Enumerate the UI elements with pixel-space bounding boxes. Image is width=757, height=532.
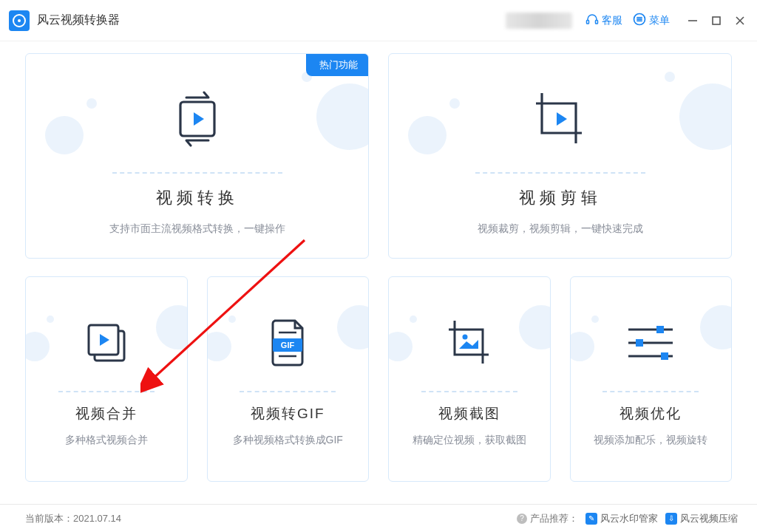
card-desc: 多种视频格式转换成GIF: [224, 434, 352, 447]
card-video-edit[interactable]: 视频剪辑 视频裁剪，视频剪辑，一键快速完成: [388, 53, 732, 259]
footer-bar: 当前版本： 2021.07.14 ? 产品推荐： ✎ 风云水印管家 ⇩ 风云视频…: [0, 504, 757, 532]
card-video-convert[interactable]: 热门功能 视频转换 支持市面主流视频格式转换，一键操作: [25, 53, 369, 259]
card-desc: 支持市面主流视频格式转换，一键操作: [101, 222, 294, 236]
version-value: 2021.07.14: [73, 513, 121, 524]
svg-rect-1: [596, 21, 598, 24]
card-title: 视频转换: [156, 187, 239, 209]
compress-app-icon: ⇩: [665, 513, 677, 525]
card-title: 视频优化: [619, 404, 682, 423]
menu-icon: [633, 13, 646, 28]
svg-rect-22: [656, 326, 664, 333]
recommend-item-2[interactable]: ⇩ 风云视频压缩: [665, 512, 738, 525]
video-crop-icon: [529, 87, 592, 154]
question-icon: ?: [517, 514, 527, 524]
card-title: 视频合并: [75, 404, 138, 423]
headset-icon: [585, 13, 599, 28]
close-button[interactable]: [735, 16, 745, 26]
hot-badge: 热门功能: [306, 54, 368, 76]
customer-service-label: 客服: [602, 14, 622, 27]
svg-marker-12: [557, 112, 567, 126]
menu-button[interactable]: 菜单: [633, 13, 670, 28]
card-video-merge[interactable]: 视频合并 多种格式视频合并: [25, 276, 188, 482]
minimize-button[interactable]: [688, 16, 698, 26]
video-merge-icon: [81, 318, 132, 371]
app-title: 风云视频转换器: [37, 13, 120, 28]
version-label: 当前版本：: [25, 512, 73, 525]
gif-file-icon: GIF: [267, 318, 308, 371]
svg-rect-26: [661, 352, 668, 360]
maximize-button[interactable]: [711, 16, 722, 26]
svg-rect-7: [713, 17, 720, 24]
customer-service-button[interactable]: 客服: [585, 13, 622, 28]
card-video-gif[interactable]: GIF 视频转GIF 多种视频格式转换成GIF: [207, 276, 370, 482]
card-video-optimize[interactable]: 视频优化 视频添加配乐，视频旋转: [570, 276, 733, 482]
video-convert-icon: [167, 89, 228, 152]
blurred-userinfo: [506, 13, 572, 29]
sliders-icon: [624, 321, 677, 368]
svg-rect-0: [587, 21, 589, 24]
svg-point-20: [462, 335, 467, 340]
card-desc: 精确定位视频，获取截图: [404, 434, 535, 447]
card-title: 视频截图: [438, 404, 500, 423]
card-desc: 多种格式视频合并: [56, 434, 157, 447]
menu-label: 菜单: [649, 14, 670, 27]
card-title: 视频剪辑: [519, 187, 602, 209]
svg-text:GIF: GIF: [281, 341, 295, 349]
content-area: 热门功能 视频转换 支持市面主流视频格式转换，一键操作: [0, 41, 757, 482]
watermark-app-icon: ✎: [585, 513, 597, 525]
recommend-label: 产品推荐：: [530, 512, 578, 525]
card-video-screenshot[interactable]: 视频截图 精确定位视频，获取截图: [388, 276, 551, 482]
card-desc: 视频添加配乐，视频旋转: [585, 434, 716, 447]
app-logo-icon: [9, 10, 30, 31]
screenshot-icon: [443, 316, 496, 372]
svg-rect-24: [636, 339, 643, 347]
recommend-item-1[interactable]: ✎ 风云水印管家: [585, 512, 658, 525]
card-desc: 视频裁剪，视频剪辑，一键快速完成: [469, 222, 652, 236]
svg-marker-11: [194, 112, 204, 126]
titlebar: 风云视频转换器 客服 菜单: [0, 0, 757, 41]
card-title: 视频转GIF: [251, 404, 325, 423]
